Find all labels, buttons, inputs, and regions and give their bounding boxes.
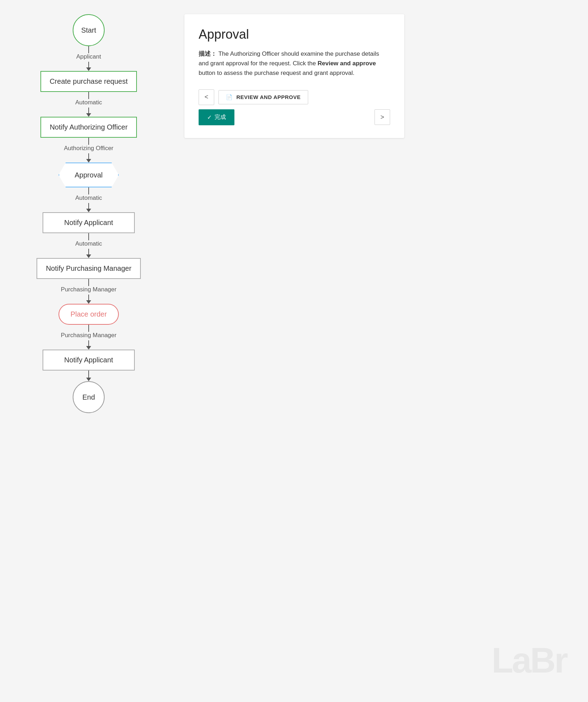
connector-purchasing2: Purchasing Manager xyxy=(61,325,117,350)
card-title: Approval xyxy=(199,27,390,42)
line xyxy=(88,279,89,286)
notify-purchasing-label: Notify Purchasing Manager xyxy=(46,264,131,272)
create-purchase-label: Create purchase request xyxy=(50,77,128,85)
connector-applicant: Applicant xyxy=(76,46,101,71)
notify-applicant1-node[interactable]: Notify Applicant xyxy=(43,212,135,233)
line xyxy=(88,249,89,254)
right-panel: Approval 描述： The Authorizing Officer sho… xyxy=(170,0,588,702)
arrow-head xyxy=(86,346,91,350)
approval-hex: Approval xyxy=(59,163,119,187)
card-desc: 描述： The Authorizing Officer should exami… xyxy=(199,49,390,78)
line xyxy=(88,203,89,209)
desc-bold: Review and approve xyxy=(317,60,376,67)
approval-label: Approval xyxy=(75,171,103,179)
line xyxy=(88,371,89,378)
arrow-head xyxy=(86,300,91,304)
line xyxy=(88,138,89,145)
done-check: ✓ xyxy=(207,114,212,121)
end-label: End xyxy=(82,393,95,401)
notify-applicant2-label: Notify Applicant xyxy=(64,356,113,364)
watermark: LaBr xyxy=(492,640,567,681)
auto2-label: Automatic xyxy=(75,194,102,202)
line xyxy=(88,92,89,99)
review-icon: 📄 xyxy=(226,94,233,100)
notify-authorizing-label: Notify Authorizing Officer xyxy=(50,123,128,131)
place-order-label: Place order xyxy=(71,310,107,318)
connector-auto3: Automatic xyxy=(75,233,102,258)
place-order-node[interactable]: Place order xyxy=(59,304,119,325)
done-button[interactable]: ✓ 完成 xyxy=(199,109,234,125)
line xyxy=(88,46,89,53)
connector-end xyxy=(86,371,91,381)
flow-container: Start Applicant Create purchase request … xyxy=(14,14,163,413)
next-button[interactable]: > xyxy=(375,109,390,125)
done-label: 完成 xyxy=(215,114,226,121)
arrow-head xyxy=(86,113,91,117)
connector-auth-officer: Authorizing Officer xyxy=(64,138,113,163)
line xyxy=(88,295,89,300)
line xyxy=(88,153,89,159)
create-purchase-node[interactable]: Create purchase request xyxy=(40,71,137,92)
line xyxy=(88,233,89,240)
notify-applicant1-label: Notify Applicant xyxy=(64,219,113,226)
info-card: Approval 描述： The Authorizing Officer sho… xyxy=(184,14,404,138)
applicant-label: Applicant xyxy=(76,53,101,60)
purchasing1-label: Purchasing Manager xyxy=(61,286,117,293)
line xyxy=(88,325,89,332)
desc-text2: button to assess the purchase request an… xyxy=(199,70,354,76)
prev-button[interactable]: < xyxy=(199,89,214,105)
approval-node[interactable]: Approval xyxy=(59,163,119,187)
notify-purchasing-node[interactable]: Notify Purchasing Manager xyxy=(37,258,140,279)
auto1-label: Automatic xyxy=(75,99,102,106)
action-row-top: < 📄 REVIEW AND APPROVE xyxy=(199,89,390,105)
arrow-head xyxy=(86,159,91,163)
start-label: Start xyxy=(81,26,96,34)
arrow-head xyxy=(86,67,91,71)
line xyxy=(88,187,89,194)
action-row-bottom: ✓ 完成 > xyxy=(199,109,390,125)
auth-officer-label: Authorizing Officer xyxy=(64,145,113,152)
auto3-label: Automatic xyxy=(75,240,102,247)
line xyxy=(88,62,89,67)
arrow-head xyxy=(86,209,91,212)
arrow-head xyxy=(86,378,91,381)
review-approve-button[interactable]: 📄 REVIEW AND APPROVE xyxy=(218,90,308,104)
line xyxy=(88,340,89,346)
connector-auto1: Automatic xyxy=(75,92,102,117)
connector-auto2: Automatic xyxy=(75,187,102,212)
review-label: REVIEW AND APPROVE xyxy=(237,94,301,100)
flowchart-panel: Start Applicant Create purchase request … xyxy=(0,0,170,702)
line xyxy=(88,108,89,113)
card-actions: < 📄 REVIEW AND APPROVE ✓ 完成 > xyxy=(199,89,390,125)
desc-label: 描述： xyxy=(199,50,217,57)
purchasing2-label: Purchasing Manager xyxy=(61,332,117,339)
connector-purchasing1: Purchasing Manager xyxy=(61,279,117,304)
end-node: End xyxy=(73,381,105,413)
notify-authorizing-node[interactable]: Notify Authorizing Officer xyxy=(40,117,137,138)
arrow-head xyxy=(86,254,91,258)
notify-applicant2-node[interactable]: Notify Applicant xyxy=(43,350,135,371)
start-node[interactable]: Start xyxy=(73,14,105,46)
